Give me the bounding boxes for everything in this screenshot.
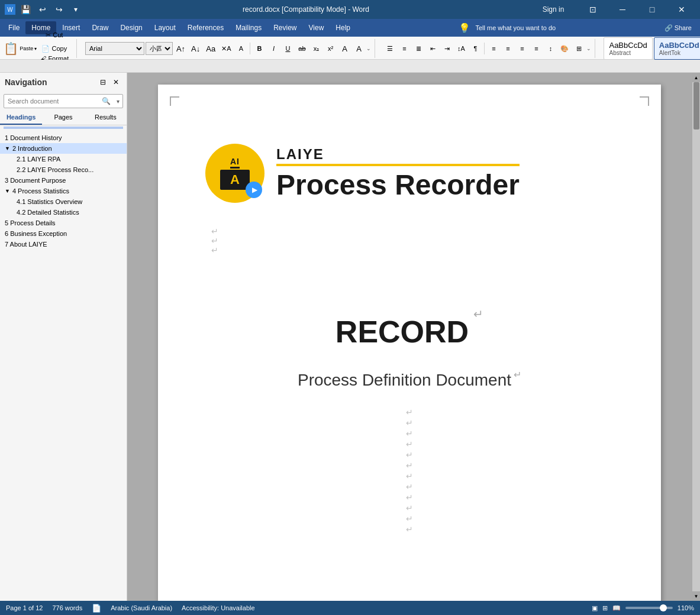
- undo-btn[interactable]: ↩: [36, 3, 49, 16]
- menu-mailings[interactable]: Mailings: [230, 21, 267, 34]
- redo-btn[interactable]: ↪: [53, 3, 66, 16]
- align-center-button[interactable]: ≡: [501, 42, 514, 55]
- menu-draw[interactable]: Draw: [86, 21, 114, 34]
- cut-button[interactable]: ✂ Cut: [36, 28, 73, 41]
- nav-item-h2-2[interactable]: 2.2 LAIYE Process Reco...: [0, 164, 127, 175]
- text-highlight-button[interactable]: A: [338, 42, 351, 55]
- view-read-button[interactable]: 📖: [612, 604, 621, 612]
- menu-help[interactable]: Help: [330, 21, 356, 34]
- font-group-expand[interactable]: ⌄: [366, 46, 371, 51]
- text-effects-button[interactable]: A: [234, 42, 247, 55]
- nav-tab-results[interactable]: Results: [85, 111, 127, 125]
- menu-view[interactable]: View: [303, 21, 330, 34]
- zoom-level: 110%: [678, 604, 694, 611]
- h2-2-text: 2.2 LAIYE Process Reco...: [17, 166, 93, 173]
- scroll-thumb[interactable]: [693, 82, 699, 130]
- status-bar: Page 1 of 12 776 words 📄 Arabic (Saudi A…: [0, 601, 700, 615]
- menu-review[interactable]: Review: [267, 21, 302, 34]
- font-size-select[interactable]: 小四 10 11 12: [146, 42, 173, 55]
- font-grow-button[interactable]: A↑: [174, 42, 188, 55]
- multilevel-list-button[interactable]: ≣: [412, 42, 425, 55]
- title-bar: W 💾 ↩ ↪ ▾ record.docx [Compatibility Mod…: [0, 0, 700, 19]
- sign-in-button[interactable]: Sign in: [530, 0, 577, 19]
- tell-me-input[interactable]: Tell me what you want to do: [475, 24, 556, 31]
- language-indicator[interactable]: Arabic (Saudi Arabia): [111, 604, 172, 611]
- para-marks-body: ↵ ↵ ↵ ↵ ↵ ↵ ↵ ↵ ↵ ↵ ↵ ↵: [406, 407, 413, 534]
- font-shrink-button[interactable]: A↓: [189, 42, 202, 55]
- subscript-button[interactable]: x₂: [309, 42, 322, 55]
- increase-indent-button[interactable]: ⇥: [440, 42, 453, 55]
- nav-item-h3[interactable]: 3 Document Purpose: [0, 175, 127, 186]
- bold-button[interactable]: B: [253, 42, 266, 55]
- decrease-indent-button[interactable]: ⇤: [426, 42, 439, 55]
- scroll-up-button[interactable]: ▲: [692, 73, 701, 82]
- paste-button[interactable]: 📋 Paste ▾: [6, 37, 35, 60]
- view-web-button[interactable]: ⊞: [602, 604, 608, 612]
- save-btn[interactable]: 💾: [19, 3, 33, 16]
- change-case-button[interactable]: Aa: [204, 42, 218, 55]
- menu-design[interactable]: Design: [114, 21, 148, 34]
- window-title: record.docx [Compatibility Mode] - Word: [82, 5, 530, 14]
- nav-item-h2[interactable]: ▼ 2 Introduction: [0, 143, 127, 154]
- nav-item-h4-1[interactable]: 4.1 Statistics Overview: [0, 196, 127, 207]
- clear-format-button[interactable]: ✕A: [219, 42, 233, 55]
- nav-toggle-button[interactable]: ⊟: [97, 76, 109, 88]
- show-formatting-button[interactable]: ¶: [469, 42, 482, 55]
- vertical-scrollbar[interactable]: ▲ ▼: [692, 73, 700, 601]
- accessibility-status[interactable]: Accessibility: Unavailable: [182, 604, 255, 611]
- nav-tab-headings[interactable]: Headings: [0, 111, 42, 125]
- nav-item-h5[interactable]: 5 Process Details: [0, 218, 127, 228]
- font-color-button[interactable]: A: [352, 42, 365, 55]
- style-normal[interactable]: AaBbCcDd Abstract: [604, 37, 652, 60]
- numbering-button[interactable]: ≡: [398, 42, 411, 55]
- paragraph-group-expand[interactable]: ⌄: [586, 46, 591, 51]
- nav-item-h2-1[interactable]: 2.1 LAIYE RPA: [0, 154, 127, 164]
- style-no-spacing[interactable]: AaBbCcDd AlertTok: [654, 37, 700, 60]
- superscript-button[interactable]: x²: [324, 42, 337, 55]
- underline-button[interactable]: U: [281, 42, 294, 55]
- zoom-slider[interactable]: [625, 607, 673, 609]
- copy-button[interactable]: 📄 Copy: [36, 42, 73, 55]
- menu-file[interactable]: File: [2, 21, 25, 34]
- borders-button[interactable]: ⊞: [572, 42, 585, 55]
- help-icon[interactable]: 💡: [459, 22, 470, 34]
- nav-item-h6[interactable]: 6 Business Exception: [0, 228, 127, 239]
- menu-references[interactable]: References: [182, 21, 230, 34]
- status-left: Page 1 of 12 776 words 📄 Arabic (Saudi A…: [6, 604, 255, 613]
- h2-collapse-icon[interactable]: ▼: [5, 145, 10, 151]
- document-area[interactable]: AI A ▶ LAIYE Process Recorder: [127, 73, 692, 601]
- nav-item-h1[interactable]: 1 Document History: [0, 132, 127, 143]
- quick-access-btn[interactable]: ▾: [69, 3, 82, 16]
- nav-tab-pages[interactable]: Pages: [42, 111, 84, 125]
- nav-tree: 1 Document History ▼ 2 Introduction 2.1 …: [0, 130, 127, 601]
- shading-button[interactable]: 🎨: [558, 42, 571, 55]
- h4-text: 4 Process Statistics: [12, 187, 69, 195]
- nav-search-input[interactable]: [4, 98, 99, 105]
- para-marks-top: ↵ ↵ ↵: [211, 226, 218, 255]
- nav-item-h4[interactable]: ▼ 4 Process Statistics: [0, 186, 127, 196]
- strikethrough-button[interactable]: ab: [295, 42, 308, 55]
- scroll-track[interactable]: [692, 82, 701, 591]
- justify-button[interactable]: ≡: [530, 42, 543, 55]
- nav-item-h7[interactable]: 7 About LAIYE: [0, 239, 127, 250]
- line-spacing-button[interactable]: ↕: [544, 42, 557, 55]
- menu-layout[interactable]: Layout: [149, 21, 182, 34]
- page-count: Page 1 of 12: [6, 604, 43, 611]
- nav-item-h4-2[interactable]: 4.2 Detailed Statistics: [0, 207, 127, 218]
- word-count-icon: 📄: [92, 604, 101, 613]
- h4-collapse-icon[interactable]: ▼: [5, 188, 10, 194]
- align-right-button[interactable]: ≡: [515, 42, 528, 55]
- nav-search-dropdown[interactable]: ▾: [113, 95, 122, 108]
- nav-search-button[interactable]: 🔍: [99, 95, 113, 108]
- nav-panel-title: Navigation: [5, 77, 47, 87]
- nav-close-button[interactable]: ✕: [110, 76, 122, 88]
- sort-button[interactable]: ↕A: [454, 42, 467, 55]
- align-left-button[interactable]: ≡: [487, 42, 500, 55]
- font-family-select[interactable]: Arial Times New Roman Calibri: [85, 42, 144, 55]
- bullets-button[interactable]: ☰: [383, 42, 396, 55]
- scroll-down-button[interactable]: ▼: [692, 591, 701, 601]
- view-normal-button[interactable]: ▣: [592, 604, 598, 612]
- title-pilcrow: ↵: [473, 307, 483, 321]
- body-pilcrow-3: ↵: [406, 429, 413, 438]
- italic-button[interactable]: I: [267, 42, 280, 55]
